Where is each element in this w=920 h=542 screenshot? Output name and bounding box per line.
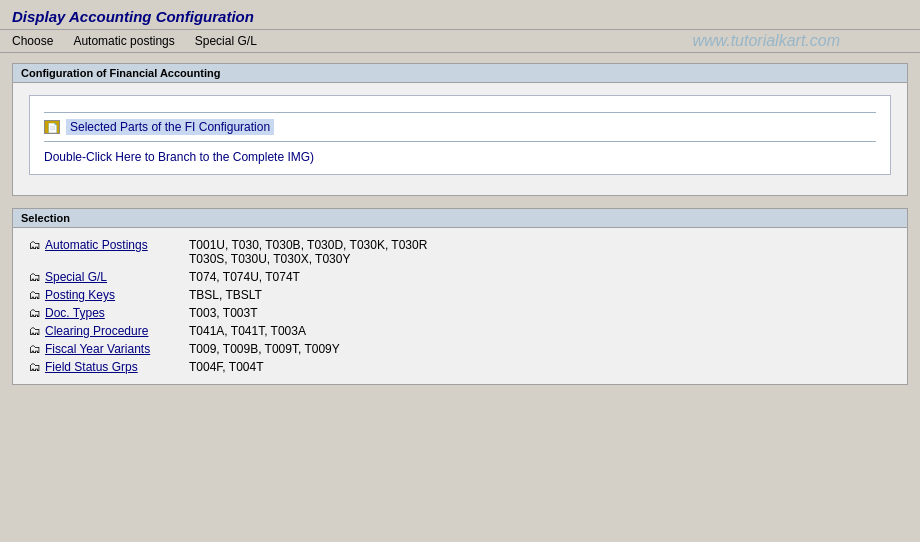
selection-table: 🗂Automatic PostingsT001U, T030, T030B, T… (25, 236, 895, 376)
fi-selected-link-container: 📄 Selected Parts of the FI Configuration (44, 119, 876, 135)
menu-item-choose[interactable]: Choose (12, 34, 53, 48)
selection-item-link[interactable]: Field Status Grps (45, 360, 138, 374)
folder-icon: 🗂 (29, 306, 41, 320)
selection-row: 🗂Automatic PostingsT001U, T030, T030B, T… (25, 236, 895, 268)
page-title: Display Accounting Configuration (12, 8, 908, 25)
selection-item-link[interactable]: Fiscal Year Variants (45, 342, 150, 356)
selection-row: 🗂Doc. TypesT003, T003T (25, 304, 895, 322)
selection-item-link[interactable]: Clearing Procedure (45, 324, 148, 338)
separator-top (44, 112, 876, 113)
selection-item-link[interactable]: Posting Keys (45, 288, 115, 302)
title-bar: Display Accounting Configuration (0, 0, 920, 30)
complete-img-link[interactable]: Double-Click Here to Branch to the Compl… (44, 150, 876, 164)
fi-selected-parts-link[interactable]: Selected Parts of the FI Configuration (66, 119, 274, 135)
fi-config-icon: 📄 (44, 120, 60, 134)
selection-panel-body: 🗂Automatic PostingsT001U, T030, T030B, T… (13, 228, 907, 384)
selection-row: 🗂Special G/LT074, T074U, T074T (25, 268, 895, 286)
selection-item-cell: 🗂Field Status Grps (25, 358, 185, 376)
selection-item-cell: 🗂Automatic Postings (25, 236, 185, 268)
content-area: Configuration of Financial Accounting 📄 … (0, 53, 920, 407)
folder-icon: 🗂 (29, 360, 41, 374)
fi-config-panel-title: Configuration of Financial Accounting (13, 64, 907, 83)
folder-icon: 🗂 (29, 324, 41, 338)
selection-row: 🗂Field Status GrpsT004F, T004T (25, 358, 895, 376)
selection-row: 🗂Clearing ProcedureT041A, T041T, T003A (25, 322, 895, 340)
selection-panel-title: Selection (13, 209, 907, 228)
selection-codes-cell: T001U, T030, T030B, T030D, T030K, T030RT… (185, 236, 895, 268)
fi-config-panel: Configuration of Financial Accounting 📄 … (12, 63, 908, 196)
separator-bottom (44, 141, 876, 142)
selection-codes-cell: T003, T003T (185, 304, 895, 322)
selection-item-link[interactable]: Doc. Types (45, 306, 105, 320)
menu-bar: Choose Automatic postings Special G/L ww… (0, 30, 920, 53)
menu-item-special-gl[interactable]: Special G/L (195, 34, 257, 48)
folder-icon: 🗂 (29, 270, 41, 284)
selection-codes-cell: T074, T074U, T074T (185, 268, 895, 286)
selection-codes-cell: T004F, T004T (185, 358, 895, 376)
selection-codes-cell: T009, T009B, T009T, T009Y (185, 340, 895, 358)
selection-codes-cell: T041A, T041T, T003A (185, 322, 895, 340)
selection-item-link[interactable]: Automatic Postings (45, 238, 148, 252)
selection-item-cell: 🗂Fiscal Year Variants (25, 340, 185, 358)
folder-icon: 🗂 (29, 238, 41, 252)
menu-item-automatic-postings[interactable]: Automatic postings (73, 34, 174, 48)
selection-codes-cell: TBSL, TBSLT (185, 286, 895, 304)
fi-config-panel-body: 📄 Selected Parts of the FI Configuration… (13, 83, 907, 195)
selection-item-cell: 🗂Posting Keys (25, 286, 185, 304)
fi-config-box: 📄 Selected Parts of the FI Configuration… (29, 95, 891, 175)
selection-item-link[interactable]: Special G/L (45, 270, 107, 284)
selection-item-cell: 🗂Doc. Types (25, 304, 185, 322)
selection-item-cell: 🗂Special G/L (25, 268, 185, 286)
folder-icon: 🗂 (29, 288, 41, 302)
selection-row: 🗂Posting KeysTBSL, TBSLT (25, 286, 895, 304)
folder-icon: 🗂 (29, 342, 41, 356)
selection-item-cell: 🗂Clearing Procedure (25, 322, 185, 340)
watermark: www.tutorialkart.com (692, 32, 840, 50)
selection-row: 🗂Fiscal Year VariantsT009, T009B, T009T,… (25, 340, 895, 358)
selection-panel: Selection 🗂Automatic PostingsT001U, T030… (12, 208, 908, 385)
